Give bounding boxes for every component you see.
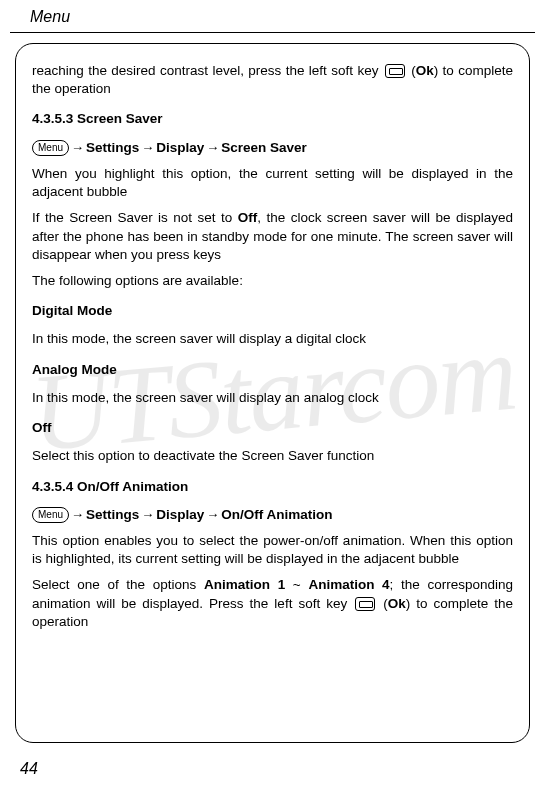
arrow-icon: →: [71, 506, 84, 524]
paragraph: This option enables you to select the po…: [32, 532, 513, 568]
off-label: Off: [238, 210, 258, 225]
section-heading-screen-saver: 4.3.5.3 Screen Saver: [32, 110, 513, 128]
sub-heading-digital: Digital Mode: [32, 302, 513, 320]
ok-label: Ok: [388, 596, 406, 611]
animation-label: Animation 1: [204, 577, 285, 592]
text: Select one of the options: [32, 577, 204, 592]
paragraph: Select this option to deactivate the Scr…: [32, 447, 513, 465]
text: (: [407, 63, 416, 78]
arrow-icon: →: [141, 139, 154, 157]
nav-segment: Settings: [86, 139, 139, 157]
text: reaching the desired contrast level, pre…: [32, 63, 383, 78]
paragraph: Select one of the options Animation 1 ~ …: [32, 576, 513, 631]
section-heading-animation: 4.3.5.4 On/Off Animation: [32, 478, 513, 496]
nav-segment: Screen Saver: [221, 139, 307, 157]
text: (: [377, 596, 388, 611]
nav-path-animation: Menu→Settings→Display→On/Off Animation: [32, 506, 513, 524]
content-frame: UTStarcom reaching the desired contrast …: [15, 43, 530, 743]
arrow-icon: →: [206, 506, 219, 524]
text: ~: [285, 577, 308, 592]
paragraph: In this mode, the screen saver will disp…: [32, 330, 513, 348]
paragraph-contrast: reaching the desired contrast level, pre…: [32, 62, 513, 98]
animation-label: Animation 4: [308, 577, 389, 592]
content-body: reaching the desired contrast level, pre…: [32, 62, 513, 631]
arrow-icon: →: [71, 139, 84, 157]
page-header: Menu: [10, 0, 535, 33]
arrow-icon: →: [141, 506, 154, 524]
sub-heading-analog: Analog Mode: [32, 361, 513, 379]
page-number: 44: [20, 760, 38, 778]
arrow-icon: →: [206, 139, 219, 157]
soft-key-icon: [385, 64, 405, 78]
sub-heading-off: Off: [32, 419, 513, 437]
menu-button-icon: Menu: [32, 140, 69, 156]
menu-button-icon: Menu: [32, 507, 69, 523]
nav-segment: Settings: [86, 506, 139, 524]
paragraph: If the Screen Saver is not set to Off, t…: [32, 209, 513, 264]
nav-path-screen-saver: Menu→Settings→Display→Screen Saver: [32, 139, 513, 157]
nav-segment: On/Off Animation: [221, 506, 332, 524]
paragraph: In this mode, the screen saver will disp…: [32, 389, 513, 407]
text: If the Screen Saver is not set to: [32, 210, 238, 225]
ok-label: Ok: [416, 63, 434, 78]
paragraph: The following options are available:: [32, 272, 513, 290]
nav-segment: Display: [156, 506, 204, 524]
nav-segment: Display: [156, 139, 204, 157]
paragraph: When you highlight this option, the curr…: [32, 165, 513, 201]
soft-key-icon: [355, 597, 375, 611]
